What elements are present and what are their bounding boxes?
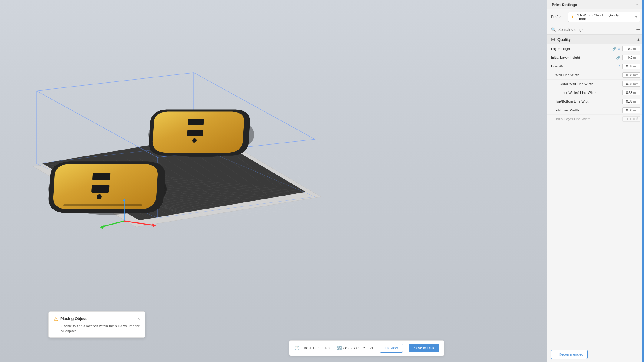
clock-icon: 🕐 [294, 346, 299, 350]
outer-wall-line-width-num: 0.38 [626, 82, 632, 86]
infill-line-width-num: 0.38 [626, 108, 632, 112]
settings-scroll[interactable]: ▤ Quality ▲ Layer Height 🔗 ↺ 0.2 mm [547, 35, 644, 347]
svg-rect-53 [92, 173, 111, 180]
bottom-bar: 🕐 1 hour 12 minutes 🔄 8g · 2.77m · € 0.2… [289, 340, 444, 356]
wall-line-width-value[interactable]: 0.38 mm [622, 72, 640, 78]
initial-layer-height-value[interactable]: 0.2 mm [622, 55, 640, 60]
warning-toast: ⚠ Placing Object × Unable to find a loca… [48, 311, 145, 338]
material-usage: 8g · 2.77m · € 0.21 [343, 346, 374, 350]
quality-section-icon: ▤ [551, 37, 555, 42]
outer-wall-line-width-value[interactable]: 0.38 mm [622, 81, 640, 87]
build-area [18, 45, 333, 239]
func-icon: ƒ [619, 64, 620, 68]
inner-wall-line-width-value[interactable]: 0.38 mm [622, 90, 640, 95]
line-width-label: Line Width [551, 64, 619, 68]
search-icon: 🔍 [551, 27, 556, 32]
profile-dropdown-icon: ▼ [635, 15, 638, 19]
search-bar: 🔍 ☰ [547, 25, 644, 35]
svg-marker-66 [100, 225, 104, 229]
svg-rect-56 [63, 204, 142, 206]
quality-section-chevron: ▲ [637, 37, 640, 41]
initial-layer-line-width-value[interactable]: 100.0 % [622, 116, 640, 122]
panel-close-button[interactable]: × [634, 2, 640, 7]
layer-height-value[interactable]: 0.2 mm [622, 46, 640, 51]
outer-wall-line-width-row: Outer Wall Line Width 0.38 mm [547, 80, 644, 88]
line-width-value[interactable]: 0.38 mm [622, 64, 640, 69]
wall-line-width-label: Wall Line Width [551, 73, 622, 77]
infill-line-width-value[interactable]: 0.38 mm [622, 107, 640, 113]
top-bottom-line-width-value[interactable]: 0.38 mm [622, 99, 640, 104]
preview-button[interactable]: Preview [380, 344, 403, 353]
profile-star-icon: ★ [571, 15, 574, 19]
print-time: 1 hour 12 minutes [301, 346, 330, 350]
settings-menu-icon[interactable]: ☰ [636, 27, 640, 32]
chevron-left-icon: ‹ [556, 352, 557, 357]
search-input[interactable] [558, 28, 634, 32]
recommended-bar: ‹ Recommended [547, 347, 644, 362]
svg-rect-59 [187, 130, 203, 136]
wall-line-width-unit: mm [633, 74, 638, 77]
panel-title: Print Settings [552, 2, 577, 7]
profile-row[interactable]: Profile ★ PLA White · Standard Quality ·… [547, 9, 644, 25]
recommended-button[interactable]: ‹ Recommended [551, 350, 588, 359]
scene-svg [18, 45, 333, 239]
top-bottom-line-width-label: Top/Bottom Line Width [551, 100, 622, 103]
initial-layer-line-width-unit: % [636, 117, 638, 120]
initial-layer-height-unit: mm [633, 56, 638, 59]
initial-layer-line-width-num: 100.0 [627, 117, 635, 121]
sidebar-strip [642, 0, 644, 362]
toast-close-button[interactable]: × [137, 316, 140, 321]
infill-line-width-row: Infill Line Width 0.38 mm [547, 106, 644, 115]
line-width-row: Line Width ƒ 0.38 mm [547, 62, 644, 71]
inner-wall-line-width-label: Inner Wall(s) Line Width [551, 91, 622, 94]
layer-height-num: 0.2 [628, 47, 632, 51]
toast-message: Unable to find a location within the bui… [54, 324, 140, 333]
svg-line-65 [101, 221, 124, 227]
panel-header: Print Settings × [547, 0, 644, 9]
profile-label: Profile [551, 15, 566, 19]
svg-rect-54 [91, 185, 110, 193]
profile-select[interactable]: ★ PLA White · Standard Quality · 0.16mm … [568, 12, 640, 22]
viewport: ⚠ Placing Object × Unable to find a loca… [0, 0, 547, 362]
initial-layer-height-label: Initial Layer Height [551, 56, 616, 59]
top-bottom-line-width-row: Top/Bottom Line Width 0.38 mm [547, 97, 644, 106]
warning-icon: ⚠ [54, 316, 58, 322]
inner-wall-line-width-row: Inner Wall(s) Line Width 0.38 mm [547, 88, 644, 97]
material-icon: 🔄 [336, 346, 342, 350]
outer-wall-line-width-unit: mm [633, 82, 638, 86]
recommended-label: Recommended [559, 352, 583, 357]
svg-rect-58 [188, 119, 204, 125]
reset-icon[interactable]: ↺ [618, 47, 620, 51]
outer-wall-line-width-label: Outer Wall Line Width [551, 82, 622, 86]
quality-section-header[interactable]: ▤ Quality ▲ [547, 35, 644, 44]
initial-layer-line-width-label: Initial Layer Line Width [551, 117, 622, 121]
svg-line-45 [297, 154, 306, 159]
line-width-icons: ƒ [619, 64, 620, 68]
quality-section-title: Quality [557, 37, 571, 42]
toast-title: Placing Object [60, 317, 135, 321]
top-bottom-line-width-unit: mm [633, 100, 638, 103]
app-container: ⚠ Placing Object × Unable to find a loca… [0, 0, 644, 362]
layer-height-label: Layer Height [551, 47, 612, 51]
wall-line-width-row: Wall Line Width 0.38 mm [547, 71, 644, 80]
infill-line-width-label: Infill Line Width [551, 108, 622, 112]
save-to-disk-button[interactable]: Save to Disk [409, 344, 439, 352]
inner-wall-line-width-num: 0.38 [626, 91, 632, 94]
inner-wall-line-width-unit: mm [633, 91, 638, 94]
initial-layer-line-width-row: Initial Layer Line Width 100.0 % [547, 115, 644, 123]
profile-value: PLA White · Standard Quality · 0.16mm [576, 13, 633, 21]
link-icon-2: 🔗 [616, 56, 620, 60]
right-panel: Print Settings × Profile ★ PLA White · S… [547, 0, 644, 362]
initial-layer-height-row: Initial Layer Height 🔗 0.2 mm [547, 53, 644, 62]
line-width-num: 0.38 [626, 64, 632, 68]
wall-line-width-num: 0.38 [626, 73, 632, 77]
initial-layer-height-icons: 🔗 [616, 56, 620, 60]
layer-height-unit: mm [633, 47, 638, 51]
line-width-unit: mm [633, 65, 638, 68]
layer-height-icons: 🔗 ↺ [612, 47, 620, 51]
top-bottom-line-width-num: 0.38 [626, 100, 632, 103]
layer-height-row: Layer Height 🔗 ↺ 0.2 mm [547, 44, 644, 53]
link-icon: 🔗 [612, 47, 616, 51]
material-info: 🔄 8g · 2.77m · € 0.21 [336, 346, 374, 350]
time-info: 🕐 1 hour 12 minutes [294, 346, 330, 350]
